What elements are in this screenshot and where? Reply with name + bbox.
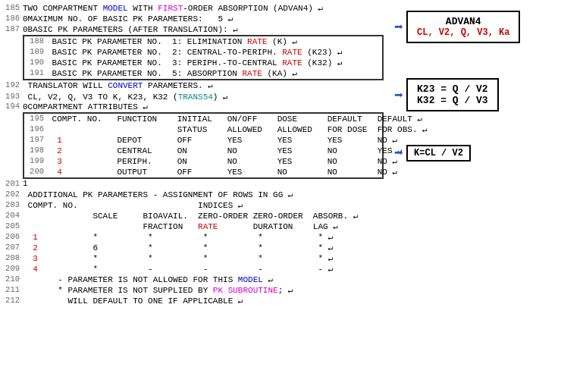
linenum-204: 204 [2,211,23,220]
line-211-content: * PARAMETER IS NOT SUPPLIED BY PK SUBROU… [23,285,385,295]
line-201: 201 1 [0,179,387,190]
convert-label: K=CL / V2 [414,148,463,158]
right-panel: ➡ ADVAN4 CL, V2, Q, V3, Ka ➡ K23 = Q / V… [387,3,561,306]
line-211: 211 * PARAMETER IS NOT SUPPLIED BY PK SU… [0,285,387,296]
line-210-content: - PARAMETER IS NOT ALLOWED FOR THIS MODE… [23,274,385,284]
linenum-203: 203 [2,200,23,209]
line-193-content: CL, V2, Q, V3 TO K, K23, K32 (TRANS54) ↵ [23,92,385,102]
line-203: 203 COMPT. NO. INDICES ↵ [0,200,387,211]
line-209: 209 4 * - - - - ↵ [0,264,387,274]
line-187: 187 0BASIC PK PARAMETERS (AFTER TRANSLAT… [0,24,387,35]
line-203-content: COMPT. NO. INDICES ↵ [23,200,385,210]
linenum-194: 194 [2,102,23,111]
left-panel: 185 TWO COMPARTMENT MODEL WITH FIRST-ORD… [0,3,387,306]
linenum-198: 198 [26,146,47,155]
linenum-212: 212 [2,296,23,305]
advan4-group: ➡ ADVAN4 CL, V2, Q, V3, Ka [391,11,520,43]
line-193: 193 CL, V2, Q, V3 TO K, K23, K32 (TRANS5… [0,91,387,102]
line-188: 188 BASIC PK PARAMETER NO. 1: ELIMINATIO… [24,36,382,47]
line-199: 199 3 PERIPH. ON NO YES NO NO ↵ [24,156,382,167]
linenum-200: 200 [26,167,47,176]
arrow-to-k23k32: ➡ [394,86,403,105]
advan4-subtitle: CL, V2, Q, V3, Ka [417,27,509,38]
line-189: 189 BASIC PK PARAMETER NO. 2: CENTRAL-TO… [24,47,382,58]
line-191-content: BASIC PK PARAMETER NO. 5: ABSORPTION RAT… [47,68,381,78]
line-201-content: 1 [23,179,385,188]
linenum-187: 187 [2,24,23,33]
k23k32-box: K23 = Q / V2 K32 = Q / V3 [406,78,499,111]
line-202-content: ADDITIONAL PK PARAMETERS - ASSIGNMENT OF… [23,190,385,199]
line-191: 191 BASIC PK PARAMETER NO. 5: ABSORPTION… [24,68,382,79]
linenum-186: 186 [2,14,23,23]
line-200-content: 4 OUTPUT OFF YES NO NO NO ↵ [47,167,397,177]
line-190-content: BASIC PK PARAMETER NO. 3: PERIPH.-TO-CEN… [47,58,381,67]
line-190: 190 BASIC PK PARAMETER NO. 3: PERIPH.-TO… [24,58,382,68]
line-212: 212 WILL DEFAULT TO ONE IF APPLICABLE ↵ [0,296,387,306]
convert-group: ➡ K=CL / V2 [391,143,471,162]
line-202: 202 ADDITIONAL PK PARAMETERS - ASSIGNMEN… [0,190,387,200]
linenum-209: 209 [2,264,23,273]
line-195: 195 COMPT. NO. FUNCTION INITIAL ON/OFF D… [24,114,382,124]
line-212-content: WILL DEFAULT TO ONE IF APPLICABLE ↵ [23,296,385,306]
line-205-content: FRACTION RATE DURATION LAG ↵ [23,221,385,231]
linenum-191: 191 [26,68,47,77]
linenum-196: 196 [26,124,47,133]
line-196-content: STATUS ALLOWED ALLOWED FOR DOSE FOR OBS.… [47,124,428,134]
linenum-199: 199 [26,156,47,165]
linenum-208: 208 [2,253,23,262]
line-189-content: BASIC PK PARAMETER NO. 2: CENTRAL-TO-PER… [47,47,381,57]
compartment-table: 195 COMPT. NO. FUNCTION INITIAL ON/OFF D… [23,112,384,179]
advan4-title: ADVAN4 [417,16,509,27]
linenum-195: 195 [26,114,47,123]
line-208-content: 3 * * * * * ↵ [23,253,385,263]
linenum-207: 207 [2,243,23,252]
linenum-190: 190 [26,58,47,67]
pk-params-box: 188 BASIC PK PARAMETER NO. 1: ELIMINATIO… [23,35,384,80]
line-209-content: 4 * - - - - ↵ [23,264,385,274]
linenum-189: 189 [26,47,47,56]
line-186-content: 0MAXIMUM NO. OF BASIC PK PARAMETERS: 5 ↵ [23,14,385,24]
linenum-211: 211 [2,285,23,294]
line-186: 186 0MAXIMUM NO. OF BASIC PK PARAMETERS:… [0,14,387,24]
linenum-205: 205 [2,221,23,230]
line-195-content: COMPT. NO. FUNCTION INITIAL ON/OFF DOSE … [47,114,422,124]
line-194-content: 0COMPARTMENT ATTRIBUTES ↵ [23,102,385,111]
line-205: 205 FRACTION RATE DURATION LAG ↵ [0,221,387,232]
linenum-201: 201 [2,179,23,188]
line-192-content: TRANSLATOR WILL CONVERT PARAMETERS. ↵ [23,80,385,90]
line-194: 194 0COMPARTMENT ATTRIBUTES ↵ [0,102,387,112]
line-197-content: 1 DEPOT OFF YES YES YES NO ↵ [47,135,397,145]
linenum-206: 206 [2,232,23,241]
linenum-192: 192 [2,80,23,89]
line-198-content: 2 CENTRAL ON NO YES NO YES ↵ [47,146,403,155]
linenum-197: 197 [26,135,47,144]
line-210: 210 - PARAMETER IS NOT ALLOWED FOR THIS … [0,274,387,285]
arrow-to-advan4: ➡ [394,17,403,36]
line-199-content: 3 PERIPH. ON NO YES NO NO ↵ [47,156,397,166]
line-185-content: TWO COMPARTMENT MODEL WITH FIRST-ORDER A… [23,3,385,13]
k23k32-group: ➡ K23 = Q / V2 K32 = Q / V3 [391,78,499,111]
line-192: 192 TRANSLATOR WILL CONVERT PARAMETERS. … [0,80,387,91]
arrow-to-convert: ➡ [394,143,403,162]
line-208: 208 3 * * * * * ↵ [0,253,387,264]
line-188-content: BASIC PK PARAMETER NO. 1: ELIMINATION RA… [47,36,381,46]
line-185: 185 TWO COMPARTMENT MODEL WITH FIRST-ORD… [0,3,387,14]
main-container: 185 TWO COMPARTMENT MODEL WITH FIRST-ORD… [0,0,561,309]
line-200: 200 4 OUTPUT OFF YES NO NO NO ↵ [24,167,382,177]
line-198: 198 2 CENTRAL ON NO YES NO YES ↵ [24,146,382,156]
k32-line: K32 = Q / V3 [417,95,488,106]
line-206-content: 1 * * * * * ↵ [23,232,385,242]
line-207-content: 2 6 * * * * ↵ [23,243,385,252]
linenum-185: 185 [2,3,23,12]
line-197: 197 1 DEPOT OFF YES YES YES NO ↵ [24,135,382,146]
linenum-193: 193 [2,92,23,101]
line-207: 207 2 6 * * * * ↵ [0,243,387,253]
line-204-content: SCALE BIOAVAIL. ZERO-ORDER ZERO-ORDER AB… [23,211,385,221]
line-204: 204 SCALE BIOAVAIL. ZERO-ORDER ZERO-ORDE… [0,211,387,221]
linenum-202: 202 [2,190,23,199]
line-196: 196 STATUS ALLOWED ALLOWED FOR DOSE FOR … [24,124,382,135]
convert-box: K=CL / V2 [406,145,471,162]
linenum-188: 188 [26,36,47,45]
linenum-210: 210 [2,274,23,284]
advan4-box: ADVAN4 CL, V2, Q, V3, Ka [406,11,520,43]
